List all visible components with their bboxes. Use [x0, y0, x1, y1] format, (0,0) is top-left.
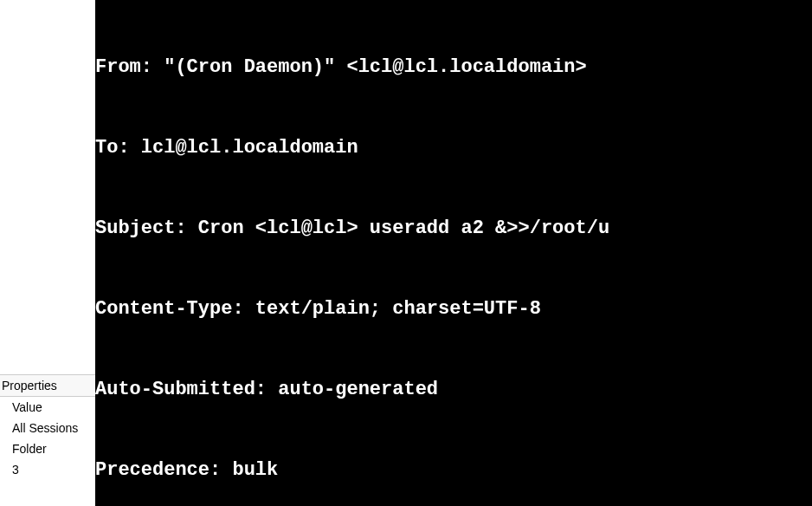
properties-panel: Properties Value All Sessions Folder 3: [0, 374, 95, 480]
properties-header: Properties: [0, 375, 95, 397]
terminal-line: Auto-Submitted: auto-generated: [95, 376, 812, 403]
terminal-line: To: lcl@lcl.localdomain: [95, 134, 812, 161]
terminal-line: Precedence: bulk: [95, 457, 812, 483]
terminal-line: From: "(Cron Daemon)" <lcl@lcl.localdoma…: [95, 54, 812, 81]
properties-item[interactable]: All Sessions: [0, 418, 95, 438]
terminal-line: Content-Type: text/plain; charset=UTF-8: [95, 295, 812, 322]
terminal-line: Subject: Cron <lcl@lcl> useradd a2 &>>/r…: [95, 215, 812, 242]
properties-item[interactable]: Folder: [0, 438, 95, 459]
properties-item[interactable]: Value: [0, 397, 95, 418]
properties-item[interactable]: 3: [0, 459, 95, 480]
terminal-pane[interactable]: From: "(Cron Daemon)" <lcl@lcl.localdoma…: [95, 0, 812, 506]
